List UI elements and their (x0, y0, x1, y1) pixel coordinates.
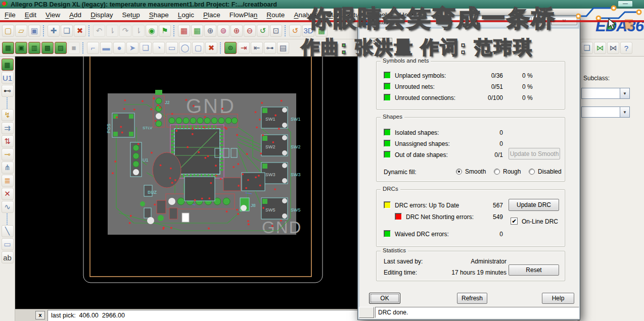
command-close-button[interactable]: x (35, 311, 45, 319)
meander-icon[interactable]: ∿ (2, 201, 14, 213)
zoom-fit-icon[interactable]: ⊡ (270, 25, 282, 37)
board-tool-rats-icon[interactable]: ▨ (55, 42, 67, 54)
fix-board-icon[interactable]: ⊜ (224, 42, 237, 54)
grid-toggle-icon[interactable]: ▦ (178, 25, 190, 37)
bundle-icon[interactable]: ≣ (2, 175, 14, 187)
delete-shape-icon[interactable]: ✖ (205, 42, 217, 54)
measure-icon[interactable]: ⊶ (264, 42, 276, 54)
menu-item-route[interactable]: Route (262, 10, 289, 20)
zoom-out-icon[interactable]: ⊖ (244, 25, 256, 37)
toolbar-separator (173, 25, 175, 36)
undo-list-icon[interactable]: ⇂ (106, 25, 118, 37)
menu-item-view[interactable]: View (41, 10, 65, 20)
round-rect-icon[interactable]: ▢ (192, 42, 204, 54)
subclass-dropdown-2[interactable]: ▼ (581, 106, 630, 118)
add-connect-icon[interactable]: ⌐ (87, 42, 99, 54)
done-icon[interactable]: ▦ (2, 59, 14, 71)
update-to-smooth-button[interactable]: Update to Smooth (509, 148, 560, 159)
board-tool-place-icon[interactable]: ▣ (15, 42, 27, 54)
add-line-icon[interactable]: ╲ (2, 225, 14, 237)
menu-item-file[interactable]: File (0, 10, 20, 20)
row-percent: 0 % (522, 72, 533, 79)
radio-disabled[interactable] (529, 169, 535, 175)
pin-connect-icon[interactable]: ⊸ (2, 148, 14, 161)
help-icon[interactable]: ? (620, 42, 632, 54)
place-part-icon[interactable]: U1 (2, 72, 14, 84)
copy-shape-icon[interactable]: ❏ (140, 42, 152, 54)
glue-icon[interactable]: ⋈ (594, 42, 606, 54)
add-oval-icon[interactable]: ◯ (179, 42, 191, 54)
menu-item-place[interactable]: Place (199, 10, 225, 20)
menu-item-edit[interactable]: Edit (20, 10, 41, 20)
glue-window-icon[interactable]: ⋈ (607, 42, 619, 54)
refresh-button[interactable]: Refresh (457, 293, 487, 304)
undo-icon[interactable]: ↶ (93, 25, 105, 37)
update-drc-button[interactable]: Update DRC (509, 199, 559, 211)
undo-circular-icon[interactable]: ↺ (289, 25, 301, 37)
zoom-points-icon[interactable]: ⊕ (204, 25, 216, 37)
status-indicator-icon (384, 129, 391, 136)
radio-smooth[interactable] (456, 169, 462, 175)
menu-item-logic[interactable]: Logic (173, 10, 199, 20)
add-circle-icon[interactable]: ● (113, 42, 125, 54)
grid-icon[interactable]: ▦ (191, 25, 203, 37)
status-indicator-icon (384, 140, 391, 147)
ref-stlv: STLV (143, 126, 153, 130)
zoom-mode-icon[interactable]: ⊚ (217, 25, 229, 37)
board-tool-fit-icon[interactable]: ▩ (41, 42, 54, 54)
zoom-in-icon[interactable]: ⊕ (231, 25, 243, 37)
swatch-icon[interactable]: ■ (68, 42, 80, 54)
tune-delay-icon[interactable]: ⇅ (2, 135, 14, 147)
subclass-dropdown-1[interactable]: ▼ (581, 88, 630, 99)
board-tool-route-icon[interactable]: ▦ (2, 42, 14, 54)
svg-text:SW2: SW2 (291, 144, 301, 149)
add-filled-rect-icon[interactable]: ▬ (100, 42, 112, 54)
menu-item-display[interactable]: Display (86, 10, 117, 20)
row-value: 567 (468, 202, 503, 209)
fanout-icon[interactable]: ⋔ (2, 162, 14, 174)
copy-icon[interactable]: ❏ (61, 25, 73, 37)
add-text-icon[interactable]: ab (2, 251, 14, 263)
board-tool-mirror-icon[interactable]: ▥ (28, 42, 40, 54)
menu-item-shape[interactable]: Shape (145, 10, 173, 20)
ok-button[interactable]: OK (369, 293, 400, 304)
status-indicator-icon (384, 201, 391, 208)
select-cursor-icon[interactable]: ➤ (126, 42, 139, 54)
open-file-icon[interactable]: ▱ (15, 25, 27, 37)
dropdown-arrow-icon[interactable]: ▼ (620, 107, 629, 117)
spread-icon[interactable]: ✕ (2, 188, 14, 200)
add-arc-icon[interactable]: ◔ (153, 42, 165, 54)
menu-item-add[interactable]: Add (65, 10, 86, 20)
menu-item-flowplan[interactable]: FlowPlan (225, 10, 262, 20)
move-icon[interactable]: ✚ (48, 25, 60, 37)
rect-outline-icon[interactable]: ▭ (166, 42, 178, 54)
new-file-icon[interactable]: ▢ (2, 25, 14, 37)
delete-icon[interactable]: ✖ (74, 25, 86, 37)
redo-icon[interactable]: ↷ (119, 25, 131, 37)
dropdown-arrow-icon[interactable]: ▼ (620, 88, 629, 98)
connector-icon[interactable]: ⊷ (2, 85, 14, 97)
row-value: 0/100 (468, 94, 503, 101)
svg-text:SW2: SW2 (265, 144, 275, 149)
menu-item-setup[interactable]: Setup (117, 10, 144, 20)
online-drc-checkbox[interactable]: ✔ (511, 218, 518, 225)
help-button[interactable]: Help (542, 293, 574, 304)
ruler-icon[interactable]: ▤ (277, 42, 289, 54)
save-icon[interactable]: ▣ (28, 25, 40, 37)
properties-icon[interactable]: ❏ (581, 42, 593, 54)
pin-icon[interactable]: ⚑ (159, 25, 171, 37)
shove-icon[interactable]: ◉ (146, 25, 158, 37)
redo-list-icon[interactable]: ⇂ (132, 25, 145, 37)
lyric-line-1: 你眼睛会笑弯成一条桥 (308, 3, 556, 34)
radio-rough[interactable] (494, 169, 500, 175)
add-route-icon[interactable]: ↯ (2, 109, 14, 121)
dimension-left-icon[interactable]: ⇤ (251, 42, 263, 54)
add-rectangle-icon[interactable]: ▭ (2, 238, 14, 250)
row-value: 0/36 (468, 72, 503, 79)
zoom-previous-icon[interactable]: ↺ (257, 25, 269, 37)
row-value: 0 (468, 231, 503, 238)
dimension-right-icon[interactable]: ⇥ (238, 42, 250, 54)
reset-button[interactable]: Reset (509, 264, 559, 276)
slide-icon[interactable]: ⇉ (2, 122, 14, 134)
row-label: Unrouted connections: (395, 94, 455, 101)
